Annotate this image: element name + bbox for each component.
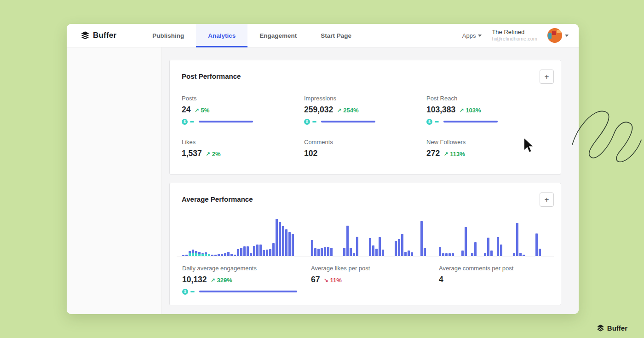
chart-bar: [404, 252, 407, 256]
chart-bar: [317, 249, 320, 256]
tab-publishing[interactable]: Publishing: [140, 24, 196, 47]
chart-bar: [356, 237, 358, 256]
comparison-bar: $: [426, 118, 554, 125]
comparison-bar: $: [182, 288, 297, 295]
chart-bar: [224, 253, 226, 256]
buffer-stack-icon: [597, 324, 604, 332]
metric-value-row: 102: [304, 149, 426, 158]
metric-value: 10,132: [182, 275, 207, 285]
metric-change-up: ↗2%: [206, 151, 221, 157]
tab-label: Start Page: [321, 32, 351, 39]
blue-segment: [199, 121, 253, 122]
metric-value: 103,383: [426, 105, 455, 115]
chart-bar: [282, 226, 284, 256]
chart-bar: [314, 248, 316, 256]
chart-bar: [346, 226, 349, 256]
metric-label: Posts: [182, 95, 304, 102]
tab-engagement[interactable]: Engagement: [247, 24, 309, 47]
chart-bar: [465, 227, 467, 256]
average-performance-stats: Daily average engagements10,132↗329%$Ave…: [177, 256, 554, 305]
add-metric-button[interactable]: +: [540, 70, 554, 84]
tab-analytics[interactable]: Analytics: [196, 24, 247, 47]
chart-bar: [192, 250, 194, 256]
chart-bar: [189, 251, 191, 256]
chart-bar: [195, 251, 197, 256]
chart-bar: [439, 247, 441, 256]
chart-bar: [369, 238, 371, 256]
metric-likes: Likes1,537↗2%: [182, 139, 304, 158]
trend-up-icon: ↗: [206, 151, 210, 157]
chart-bar-teal-segment: [201, 254, 204, 256]
account-info: The Refined hi@refindhome.com: [492, 29, 537, 42]
metric-value: 259,032: [304, 105, 333, 115]
chart-bar: [500, 245, 502, 256]
chart-bar: [330, 248, 333, 256]
trend-up-icon: ↗: [211, 277, 215, 284]
metric-change-percent: 113%: [450, 151, 465, 157]
avatar: [547, 28, 562, 43]
chart-bar: [523, 255, 525, 256]
trend-down-icon: ↘: [323, 277, 328, 284]
tab-label: Engagement: [259, 32, 297, 39]
metric-change-percent: 5%: [201, 107, 210, 114]
chart-bar-teal-segment: [195, 253, 197, 256]
chart-bar: [243, 246, 246, 256]
metric-value-row: 103,383↗103%: [426, 105, 554, 115]
metric-change-percent: 2%: [212, 151, 221, 157]
avatar-menu[interactable]: [547, 28, 569, 43]
chart-bar: [185, 255, 188, 256]
chart-bar: [411, 252, 413, 256]
apps-dropdown[interactable]: Apps: [462, 32, 482, 39]
metric-value-row: 24↗5%: [182, 105, 304, 115]
chart-bar-teal-segment: [192, 253, 194, 256]
add-chart-button[interactable]: +: [540, 192, 554, 207]
metric-value-row: 1,537↗2%: [182, 149, 304, 158]
chart-bar: [211, 255, 213, 256]
chart-bar: [240, 248, 242, 256]
metric-impressions: Impressions259,032↗254%$: [304, 95, 426, 125]
chart-bar: [234, 255, 236, 256]
trend-up-icon: ↗: [459, 107, 464, 114]
chart-bar: [535, 233, 538, 256]
metric-change-up: ↗329%: [211, 277, 232, 284]
chart-bar: [490, 251, 493, 256]
chart-bar: [285, 229, 288, 256]
chart-bar: [272, 243, 275, 256]
teal-segment: [190, 121, 194, 122]
chart-bar: [182, 255, 184, 256]
chart-bar: [321, 248, 323, 256]
metric-value-row: 67↘11%: [311, 275, 425, 285]
chart-bar: [497, 237, 499, 256]
app-window: Buffer PublishingAnalyticsEngagementStar…: [67, 24, 579, 314]
metric-change-up: ↗113%: [443, 151, 465, 157]
metric-change-percent: 254%: [343, 107, 358, 114]
chart-bar: [379, 237, 381, 256]
chart-bar: [266, 250, 268, 256]
boost-dollar-icon: $: [304, 119, 310, 125]
chart-bar: [198, 252, 201, 256]
metric-label: Average comments per post: [439, 265, 555, 272]
teal-segment: [190, 291, 195, 292]
tab-start-page[interactable]: Start Page: [309, 24, 363, 47]
post-performance-metrics: Posts24↗5%$Impressions259,032↗254%$Post …: [177, 85, 554, 174]
metric-label: Post Reach: [426, 95, 554, 102]
chart-bar: [250, 253, 252, 256]
buffer-stack-icon: [80, 31, 90, 40]
nav-right: Apps The Refined hi@refindhome.com: [462, 24, 579, 47]
metric-label: Comments: [304, 139, 426, 146]
chart-bar: [408, 251, 410, 256]
trend-up-icon: ↗: [194, 107, 199, 114]
chart-bar: [445, 253, 448, 256]
metric-average-comments-per-post: Average comments per post4: [439, 265, 555, 295]
chart-bar: [448, 253, 451, 256]
buffer-logo[interactable]: Buffer: [80, 24, 116, 47]
chart-bar: [205, 252, 207, 256]
chart-bar: [288, 232, 291, 256]
metric-value-row: 259,032↗254%: [304, 105, 426, 115]
metric-change-percent: 103%: [466, 107, 481, 114]
boost-dollar-icon: $: [182, 119, 188, 125]
chevron-down-icon: [478, 35, 482, 37]
metric-change-up: ↗5%: [194, 107, 209, 114]
metric-change-percent: 329%: [217, 277, 232, 284]
tab-label: Publishing: [152, 32, 184, 39]
